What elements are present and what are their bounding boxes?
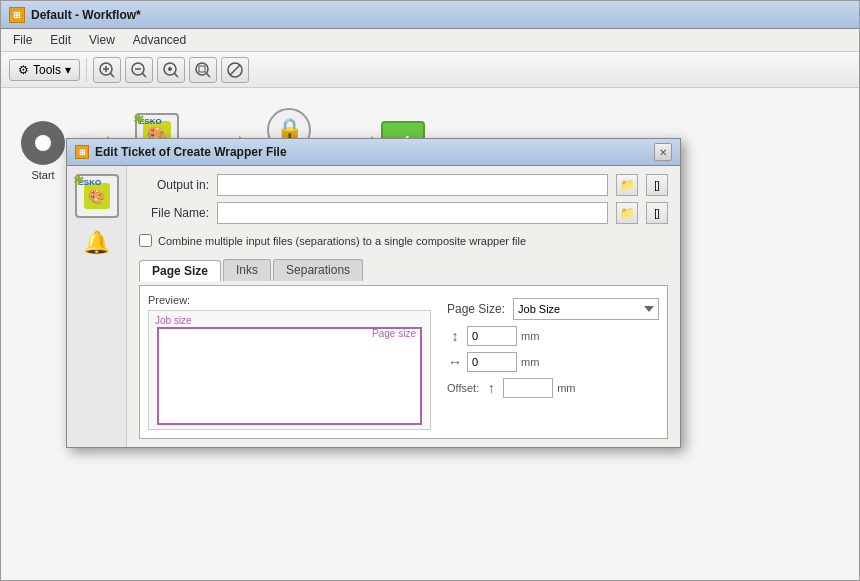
svg-line-11 <box>207 73 211 77</box>
tools-gear-icon: ⚙ <box>18 63 29 77</box>
output-in-label: Output in: <box>139 178 209 192</box>
workflow-node-start[interactable]: Start <box>21 121 65 182</box>
file-name-row: File Name: 📁 [] <box>139 202 668 224</box>
window-icon: ⊞ <box>9 7 25 23</box>
start-inner-circle <box>35 135 51 151</box>
width-input[interactable] <box>467 352 517 372</box>
tab-separations[interactable]: Separations <box>273 259 363 281</box>
combine-files-checkbox[interactable] <box>139 234 152 247</box>
preview-page-box: Page size <box>157 327 422 425</box>
combine-files-row: Combine multiple input files (separation… <box>139 234 668 247</box>
svg-line-5 <box>143 73 147 77</box>
tab-inks[interactable]: Inks <box>223 259 271 281</box>
dialog-title-content: ⊞ Edit Ticket of Create Wrapper File <box>75 145 287 159</box>
menu-view[interactable]: View <box>81 31 123 49</box>
page-size-select-label: Page Size: <box>447 302 505 316</box>
right-settings-panel: Page Size: Job Size Custom A4 Letter ↕ <box>439 294 659 430</box>
edit-ticket-dialog: ⊞ Edit Ticket of Create Wrapper File ✕ E… <box>66 138 681 448</box>
tools-label: Tools <box>33 63 61 77</box>
workflow-canvas[interactable]: Start ESKO 🎨 ✱ ✕ Create Wrapper File <box>1 88 859 580</box>
start-node-icon <box>21 121 65 165</box>
tools-dropdown-arrow: ▾ <box>65 63 71 77</box>
star-badge-icon: ✱ <box>133 111 145 127</box>
tools-button[interactable]: ⚙ Tools ▾ <box>9 59 80 81</box>
width-unit: mm <box>521 356 539 368</box>
toolbar: ⚙ Tools ▾ <box>1 52 859 88</box>
zoom-out-button[interactable] <box>125 57 153 83</box>
start-node-label: Start <box>31 169 54 182</box>
file-name-input[interactable] <box>217 202 608 224</box>
svg-rect-12 <box>199 66 205 72</box>
output-in-brackets-button[interactable]: [] <box>646 174 668 196</box>
dialog-title-bar: ⊞ Edit Ticket of Create Wrapper File ✕ <box>67 139 680 166</box>
tab-bar: Page Size Inks Separations <box>139 259 668 281</box>
combine-files-label: Combine multiple input files (separation… <box>158 235 526 247</box>
sidebar-esko-icon: ESKO 🎨 ✱ <box>75 174 119 218</box>
bell-icon: 🔔 <box>83 230 110 256</box>
zoom-fit-icon <box>194 61 212 79</box>
preview-box: Job size Page size <box>148 310 431 430</box>
cancel-button[interactable] <box>221 57 249 83</box>
svg-line-8 <box>175 73 179 77</box>
dialog-main-content: Output in: 📁 [] File Name: 📁 [] <box>127 166 680 447</box>
main-window: ⊞ Default - Workflow* File Edit View Adv… <box>0 0 860 581</box>
zoom-custom-button[interactable] <box>157 57 185 83</box>
output-in-input[interactable] <box>217 174 608 196</box>
output-in-row: Output in: 📁 [] <box>139 174 668 196</box>
svg-line-14 <box>230 65 240 75</box>
height-unit: mm <box>521 330 539 342</box>
page-size-dropdown[interactable]: Job Size Custom A4 Letter <box>513 298 659 320</box>
tab-page-size[interactable]: Page Size <box>139 260 221 282</box>
file-name-brackets-button[interactable]: [] <box>646 202 668 224</box>
file-name-label: File Name: <box>139 206 209 220</box>
width-arrow-icon: ↔ <box>447 354 463 370</box>
menu-edit[interactable]: Edit <box>42 31 79 49</box>
menu-bar: File Edit View Advanced <box>1 29 859 52</box>
zoom-fit-button[interactable] <box>189 57 217 83</box>
file-name-folder-button[interactable]: 📁 <box>616 202 638 224</box>
svg-line-1 <box>111 73 115 77</box>
page-size-text: Page size <box>372 328 416 339</box>
sidebar-star-icon: ✱ <box>73 172 85 188</box>
height-row: ↕ mm <box>447 326 659 346</box>
height-arrow-icon: ↕ <box>447 328 463 344</box>
title-bar: ⊞ Default - Workflow* <box>1 1 859 29</box>
svg-point-10 <box>196 63 208 75</box>
height-input[interactable] <box>467 326 517 346</box>
preview-label: Preview: <box>148 294 431 306</box>
offset-row: Offset: ↑ mm <box>447 378 659 398</box>
zoom-in-button[interactable] <box>93 57 121 83</box>
menu-file[interactable]: File <box>5 31 40 49</box>
zoom-out-icon <box>130 61 148 79</box>
output-in-folder-button[interactable]: 📁 <box>616 174 638 196</box>
preview-panel: Preview: Job size Page size <box>148 294 431 430</box>
zoom-search-icon <box>162 61 180 79</box>
dialog-body: ESKO 🎨 ✱ 🔔 Output in: 📁 [] <box>67 166 680 447</box>
job-size-text: Job size <box>155 315 192 326</box>
cancel-icon <box>226 61 244 79</box>
toolbar-separator <box>86 58 87 82</box>
offset-arrow-icon: ↑ <box>483 380 499 396</box>
page-size-select-row: Page Size: Job Size Custom A4 Letter <box>447 298 659 320</box>
dialog-sidebar: ESKO 🎨 ✱ 🔔 <box>67 166 127 447</box>
zoom-in-icon <box>98 61 116 79</box>
dialog-close-button[interactable]: ✕ <box>654 143 672 161</box>
menu-advanced[interactable]: Advanced <box>125 31 194 49</box>
tab-content-page-size: Preview: Job size Page size Pag <box>139 285 668 439</box>
offset-label: Offset: <box>447 382 479 394</box>
offset-unit: mm <box>557 382 575 394</box>
svg-point-9 <box>168 67 172 71</box>
dialog-icon: ⊞ <box>75 145 89 159</box>
dialog-title-text: Edit Ticket of Create Wrapper File <box>95 145 287 159</box>
offset-input[interactable] <box>503 378 553 398</box>
window-title: Default - Workflow* <box>31 8 141 22</box>
width-row: ↔ mm <box>447 352 659 372</box>
